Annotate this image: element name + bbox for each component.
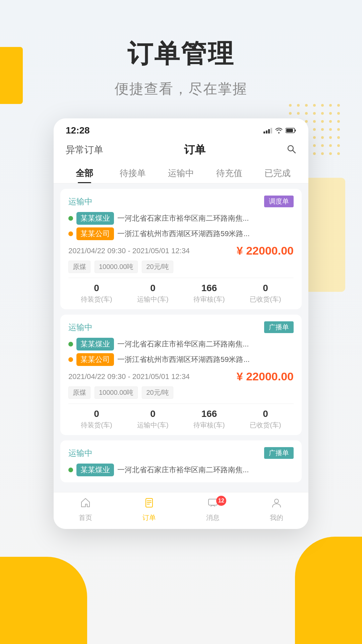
- svg-rect-1: [295, 129, 296, 131]
- price: ¥ 22000.00: [237, 244, 294, 257]
- from-dot-icon: [68, 216, 73, 221]
- tag-material: 原煤: [68, 386, 90, 399]
- to-route-text: 一浙江省杭州市西湖区环湖西路59米路...: [117, 229, 294, 239]
- nav-home[interactable]: 首页: [54, 497, 117, 522]
- battery-icon: [286, 127, 296, 133]
- nav-home-label: 首页: [79, 513, 92, 522]
- from-route-text: 一河北省石家庄市裕华区南二环路南焦...: [117, 339, 294, 349]
- to-company-tag: 某某公司: [76, 353, 114, 366]
- stat-transporting: 0 运输中(车): [125, 283, 181, 304]
- nav-messages-label: 消息: [206, 513, 220, 522]
- stat-received: 0 已收货(车): [237, 283, 294, 304]
- from-dot-icon: [68, 342, 73, 346]
- nav-profile[interactable]: 我的: [245, 497, 308, 522]
- stat-reviewing: 166 待审核(车): [181, 409, 237, 430]
- from-route-row: 某某煤业 一河北省石家庄市裕华区南二环路南焦...: [68, 464, 294, 476]
- date-price-row: 2021/04/22 09:30 - 2021/05/01 12:34 ¥ 22…: [68, 244, 294, 257]
- card-header: 运输中 广播单: [68, 447, 294, 459]
- orders-icon: [143, 497, 155, 511]
- from-route-row: 某某煤业 一河北省石家庄市裕华区南二环路南焦...: [68, 338, 294, 351]
- to-dot-icon: [68, 357, 73, 362]
- status-bar: 12:28: [54, 118, 308, 139]
- status-time: 12:28: [66, 125, 90, 136]
- page-header: 订单管理 便捷查看，尽在掌握: [0, 0, 362, 98]
- profile-icon: [271, 497, 282, 511]
- stat-transporting: 0 运输中(车): [125, 409, 181, 430]
- phone-card: 12:28 异常订单 订单: [54, 118, 308, 529]
- stat-reviewing: 166 待审核(车): [181, 283, 237, 304]
- tag-material: 原煤: [68, 261, 90, 273]
- order-card[interactable]: 运输中 调度单 某某煤业 一河北省石家庄市裕华区南二环路南焦... 某某公司 一…: [60, 189, 302, 309]
- app-header: 异常订单 订单: [54, 139, 308, 162]
- card-badge-dispatch: 调度单: [264, 196, 294, 207]
- from-company-tag: 某某煤业: [76, 464, 114, 476]
- stat-received: 0 已收货(车): [237, 409, 294, 430]
- tab-completed[interactable]: 已完成: [253, 162, 302, 183]
- order-card[interactable]: 运输中 广播单 某某煤业 一河北省石家庄市裕华区南二环路南焦... 某某公司 一…: [60, 315, 302, 435]
- wifi-icon: [275, 127, 283, 133]
- to-route-row: 某某公司 一浙江省杭州市西湖区环湖西路59米路...: [68, 353, 294, 366]
- tab-pending[interactable]: 待接单: [109, 162, 157, 183]
- card-header: 运输中 调度单: [68, 196, 294, 207]
- stat-loading: 0 待装货(车): [68, 409, 125, 430]
- tabs-bar: 全部 待接单 运输中 待充值 已完成: [54, 162, 308, 183]
- tab-transporting[interactable]: 运输中: [157, 162, 205, 183]
- card-badge-broadcast: 广播单: [264, 447, 294, 459]
- status-icons: [263, 127, 296, 133]
- nav-orders[interactable]: 订单: [117, 497, 181, 522]
- tag-weight: 10000.00吨: [95, 261, 138, 273]
- stat-loading: 0 待装货(车): [68, 283, 125, 304]
- message-badge: 12: [216, 496, 226, 506]
- tag-price: 20元/吨: [142, 261, 173, 273]
- tag-weight: 10000.00吨: [95, 386, 138, 399]
- abnormal-orders-link[interactable]: 异常订单: [66, 144, 103, 156]
- from-route-text: 一河北省石家庄市裕华区南二环路南焦...: [117, 465, 294, 475]
- svg-line-4: [293, 150, 295, 153]
- price: ¥ 22000.00: [237, 370, 294, 383]
- svg-point-10: [275, 499, 279, 503]
- to-route-row: 某某公司 一浙江省杭州市西湖区环湖西路59米路...: [68, 227, 294, 240]
- home-icon: [80, 497, 91, 511]
- tags-row: 原煤 10000.00吨 20元/吨: [68, 386, 294, 399]
- date-range: 2021/04/22 09:30 - 2021/05/01 12:34: [68, 372, 190, 381]
- to-dot-icon: [68, 231, 73, 236]
- from-dot-icon: [68, 468, 73, 472]
- from-company-tag: 某某煤业: [76, 212, 114, 225]
- from-company-tag: 某某煤业: [76, 338, 114, 351]
- signal-icon: [263, 127, 272, 133]
- from-route-text: 一河北省石家庄市裕华区南二环路南焦...: [117, 213, 294, 223]
- card-header: 运输中 广播单: [68, 321, 294, 333]
- to-route-text: 一浙江省杭州市西湖区环湖西路59米路...: [117, 355, 294, 365]
- tag-price: 20元/吨: [142, 386, 173, 399]
- deco-bottom-left: [0, 557, 87, 644]
- order-list: 运输中 调度单 某某煤业 一河北省石家庄市裕华区南二环路南焦... 某某公司 一…: [54, 183, 308, 492]
- order-card[interactable]: 运输中 广播单 某某煤业 一河北省石家庄市裕华区南二环路南焦...: [60, 440, 302, 482]
- deco-bottom-right: [295, 537, 362, 644]
- nav-orders-label: 订单: [142, 513, 156, 522]
- to-company-tag: 某某公司: [76, 227, 114, 240]
- card-status: 运输中: [68, 196, 93, 207]
- search-button[interactable]: [286, 144, 296, 156]
- date-range: 2021/04/22 09:30 - 2021/05/01 12:34: [68, 247, 190, 255]
- page-subtitle: 便捷查看，尽在掌握: [0, 79, 362, 98]
- app-header-title: 订单: [184, 143, 205, 157]
- date-price-row: 2021/04/22 09:30 - 2021/05/01 12:34 ¥ 22…: [68, 370, 294, 383]
- nav-messages[interactable]: 12 消息: [181, 497, 245, 522]
- page-title: 订单管理: [0, 37, 362, 71]
- from-route-row: 某某煤业 一河北省石家庄市裕华区南二环路南焦...: [68, 212, 294, 225]
- card-status: 运输中: [68, 322, 93, 333]
- stats-row: 0 待装货(车) 0 运输中(车) 166 待审核(车) 0 已收货(车): [68, 278, 294, 304]
- stats-row: 0 待装货(车) 0 运输中(车) 166 待审核(车) 0 已收货(车): [68, 404, 294, 430]
- svg-rect-2: [286, 129, 293, 132]
- bottom-nav: 首页 订单 12 消息: [54, 492, 308, 529]
- tags-row: 原煤 10000.00吨 20元/吨: [68, 261, 294, 273]
- tab-recharge[interactable]: 待充值: [205, 162, 253, 183]
- card-badge-broadcast: 广播单: [264, 321, 294, 333]
- nav-profile-label: 我的: [270, 513, 283, 522]
- tab-all[interactable]: 全部: [60, 162, 109, 183]
- card-status: 运输中: [68, 448, 93, 459]
